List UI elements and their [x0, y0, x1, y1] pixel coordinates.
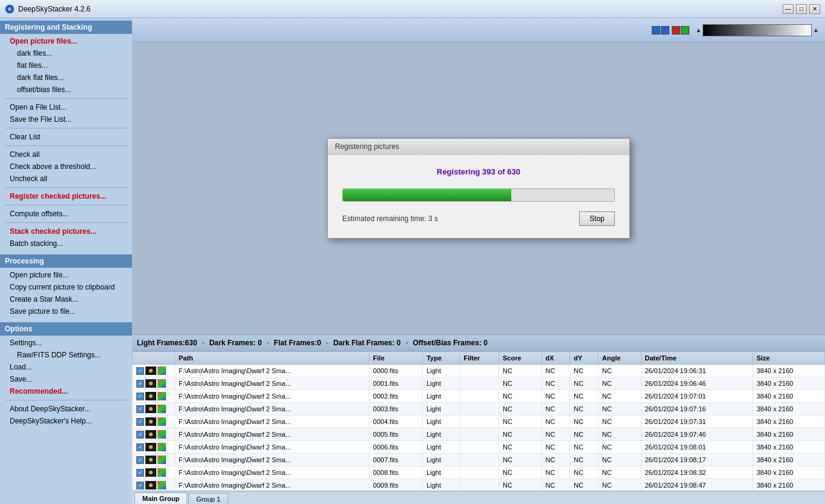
sidebar-item-check-all[interactable]: Check all: [0, 148, 132, 161]
sidebar-item-about[interactable]: About DeepSkyStacker...: [0, 403, 132, 415]
thumb-color: [157, 430, 166, 439]
window-controls[interactable]: — □ ✕: [783, 4, 820, 14]
checkbox[interactable]: ✓: [136, 393, 144, 400]
col-header-size: Size: [752, 352, 824, 365]
thumb-dark: [145, 456, 156, 464]
row-cell-datetime: 26/01/2024 19:08:32: [641, 466, 752, 479]
row-cell-dy: NC: [570, 441, 598, 454]
row-check-cell[interactable]: ✓: [133, 479, 175, 491]
close-button[interactable]: ✕: [809, 4, 820, 14]
table-scroll[interactable]: Path File Type Filter Score dX dY Angle …: [132, 351, 825, 491]
row-check-cell[interactable]: ✓: [133, 365, 175, 377]
maximize-button[interactable]: □: [796, 4, 807, 14]
sidebar-divider-2: [5, 128, 127, 128]
sidebar-item-flat-files[interactable]: flat files...: [0, 59, 132, 71]
sidebar-item-compute-offsets[interactable]: Compute offsets...: [0, 208, 132, 220]
sidebar-item-batch-stacking[interactable]: Batch stacking...: [0, 237, 132, 250]
row-cell-file: 0003.fits: [369, 403, 422, 416]
sidebar-item-open-picture-file[interactable]: Open picture file...: [0, 269, 132, 281]
sidebar-item-uncheck-all[interactable]: Uncheck all: [0, 173, 132, 185]
col-header-dx: dX: [542, 352, 570, 365]
col-header-score: Score: [499, 352, 542, 365]
thumb-color: [157, 392, 166, 400]
sidebar-item-load[interactable]: Load...: [0, 361, 132, 373]
checkbox[interactable]: ✓: [136, 469, 144, 477]
table-row[interactable]: ✓ F:\Astro\Astro Imaging\Dwarf 2 Sma...0…: [133, 454, 825, 466]
col-header-dy: dY: [570, 352, 598, 365]
gradient-bar[interactable]: [703, 24, 812, 36]
table-row[interactable]: ✓ F:\Astro\Astro Imaging\Dwarf 2 Sma...0…: [133, 441, 825, 454]
row-cell-score: NC: [499, 377, 542, 390]
row-cell-path: F:\Astro\Astro Imaging\Dwarf 2 Sma...: [175, 390, 369, 403]
row-cell-size: 3840 x 2160: [752, 377, 824, 390]
checkbox[interactable]: ✓: [136, 431, 144, 439]
row-cell-file: 0001.fits: [369, 377, 422, 390]
thumb-dark: [145, 481, 156, 489]
row-check-cell[interactable]: ✓: [133, 454, 175, 466]
row-check-cell[interactable]: ✓: [133, 428, 175, 441]
checkbox[interactable]: ✓: [136, 405, 144, 413]
checkbox[interactable]: ✓: [136, 367, 144, 375]
sidebar-item-offset-bias-files[interactable]: offset/bias files...: [0, 84, 132, 96]
sidebar-divider-1: [5, 98, 127, 99]
sidebar-item-stack-checked[interactable]: Stack checked pictures...: [0, 225, 132, 237]
row-cell-type: Light: [423, 428, 460, 441]
thumb-color: [157, 379, 166, 388]
checkbox[interactable]: ✓: [136, 380, 144, 388]
row-check-cell[interactable]: ✓: [133, 441, 175, 454]
row-cell-path: F:\Astro\Astro Imaging\Dwarf 2 Sma...: [175, 441, 369, 454]
table-row[interactable]: ✓ F:\Astro\Astro Imaging\Dwarf 2 Sma...0…: [133, 479, 825, 491]
sidebar-item-recommended[interactable]: Recommended...: [0, 385, 132, 397]
row-cell-angle: NC: [598, 466, 641, 479]
table-row[interactable]: ✓ F:\Astro\Astro Imaging\Dwarf 2 Sma...0…: [133, 403, 825, 416]
title-bar: DeepSkyStacker 4.2.6 — □ ✕: [0, 0, 825, 18]
sidebar-item-create-star-mask[interactable]: Create a Star Mask...: [0, 293, 132, 305]
sidebar-item-open-picture-files[interactable]: Open picture files...: [0, 35, 132, 47]
row-check-cell[interactable]: ✓: [133, 403, 175, 416]
row-cell-path: F:\Astro\Astro Imaging\Dwarf 2 Sma...: [175, 466, 369, 479]
table-row[interactable]: ✓ F:\Astro\Astro Imaging\Dwarf 2 Sma...0…: [133, 365, 825, 377]
minimize-button[interactable]: —: [783, 4, 794, 14]
sidebar-item-save-file-list[interactable]: Save the File List...: [0, 113, 132, 125]
checkbox[interactable]: ✓: [136, 418, 144, 426]
table-row[interactable]: ✓ F:\Astro\Astro Imaging\Dwarf 2 Sma...0…: [133, 390, 825, 403]
table-row[interactable]: ✓ F:\Astro\Astro Imaging\Dwarf 2 Sma...0…: [133, 416, 825, 428]
tab-group-1[interactable]: Group 1: [188, 493, 228, 504]
row-cell-filter: [460, 454, 499, 466]
row-cell-dx: NC: [542, 479, 570, 491]
sidebar-item-dark-flat-files[interactable]: dark flat files...: [0, 71, 132, 84]
checkbox[interactable]: ✓: [136, 456, 144, 464]
files-table: Path File Type Filter Score dX dY Angle …: [132, 351, 825, 491]
checkbox[interactable]: ✓: [136, 482, 144, 489]
thumb-color: [157, 456, 166, 464]
stop-button[interactable]: Stop: [579, 211, 615, 226]
sidebar-item-help[interactable]: DeepSkyStacker's Help...: [0, 415, 132, 427]
sidebar-item-raw-fits-ddp[interactable]: Raw/FITS DDP Settings...: [0, 349, 132, 361]
sidebar-item-save-picture[interactable]: Save picture to file...: [0, 305, 132, 317]
row-cell-size: 3840 x 2160: [752, 441, 824, 454]
table-row[interactable]: ✓ F:\Astro\Astro Imaging\Dwarf 2 Sma...0…: [133, 466, 825, 479]
table-row[interactable]: ✓ F:\Astro\Astro Imaging\Dwarf 2 Sma...0…: [133, 428, 825, 441]
row-check-cell[interactable]: ✓: [133, 466, 175, 479]
row-check-cell[interactable]: ✓: [133, 377, 175, 390]
sidebar-item-copy-to-clipboard[interactable]: Copy current picture to clipboard: [0, 281, 132, 293]
row-cell-filter: [460, 416, 499, 428]
row-cell-file: 0000.fits: [369, 365, 422, 377]
tab-main-group[interactable]: Main Group: [134, 492, 187, 504]
sidebar-item-register-checked[interactable]: Register checked pictures...: [0, 190, 132, 202]
row-check-cell[interactable]: ✓: [133, 416, 175, 428]
main-layout: Registering and Stacking Open picture fi…: [0, 18, 825, 504]
checkbox[interactable]: ✓: [136, 443, 144, 451]
row-cell-datetime: 26/01/2024 19:07:46: [641, 428, 752, 441]
sidebar-item-check-above-threshold[interactable]: Check above a threshold...: [0, 161, 132, 173]
sidebar-item-dark-files[interactable]: dark files...: [0, 47, 132, 59]
table-row[interactable]: ✓ F:\Astro\Astro Imaging\Dwarf 2 Sma...0…: [133, 377, 825, 390]
progress-bar-container: [342, 188, 615, 202]
row-cell-file: 0006.fits: [369, 441, 422, 454]
row-check-cell[interactable]: ✓: [133, 390, 175, 403]
sidebar-item-settings[interactable]: Settings...: [0, 337, 132, 349]
sidebar-item-clear-list[interactable]: Clear List: [0, 131, 132, 143]
sidebar-item-open-file-list[interactable]: Open a File List...: [0, 101, 132, 113]
thumb-color: [157, 443, 166, 451]
sidebar-item-save[interactable]: Save...: [0, 373, 132, 385]
